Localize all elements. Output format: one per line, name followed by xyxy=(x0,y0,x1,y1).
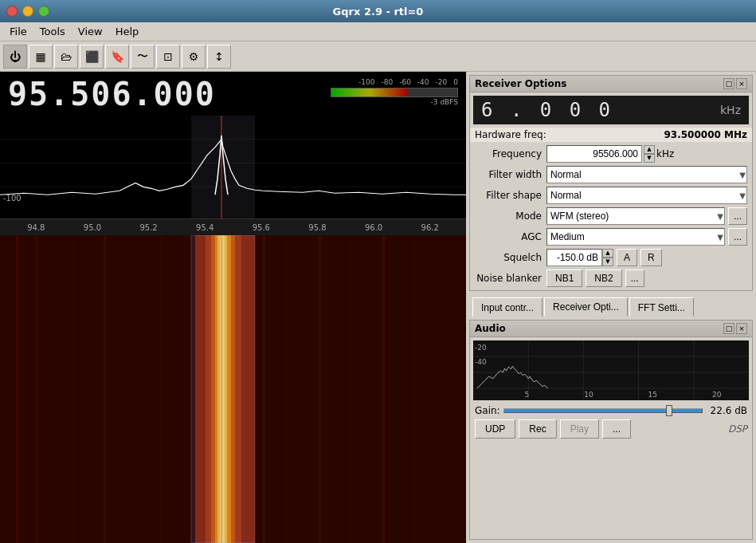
menu-file[interactable]: File xyxy=(3,24,33,39)
hardware-freq-label: Hardware freq: xyxy=(475,129,546,140)
vfo-unit: kHz xyxy=(720,104,741,116)
settings-icon: ⚙ xyxy=(189,50,199,63)
gain-slider-thumb[interactable] xyxy=(666,405,672,416)
udp-button[interactable]: UDP xyxy=(475,419,515,439)
mode-select[interactable]: WFM (stereo) WFM (mono) FM AM LSB USB xyxy=(546,207,725,225)
squelch-label: Squelch xyxy=(475,252,546,263)
audio-plot[interactable]: -20 -40 5 10 15 20 xyxy=(473,340,749,400)
menu-help[interactable]: Help xyxy=(109,24,146,39)
mode-ellipsis-button[interactable]: ... xyxy=(728,207,747,225)
squelch-spin-up[interactable]: ▲ xyxy=(602,249,613,258)
close-button[interactable] xyxy=(6,6,18,17)
filter-width-select[interactable]: Normal Narrow Wide User xyxy=(546,166,747,183)
close-panel-icon[interactable]: × xyxy=(736,78,747,89)
svg-rect-24 xyxy=(382,235,385,543)
squelch-input-group: ▲ ▼ A R xyxy=(546,249,662,266)
dsp-label: DSP xyxy=(728,423,747,435)
input-icon: ⊡ xyxy=(163,50,173,63)
filter-width-label: Filter width xyxy=(475,169,546,180)
agc-select[interactable]: Off Slow Medium Fast xyxy=(546,228,725,246)
svg-rect-19 xyxy=(159,235,162,543)
remote-icon: ↕ xyxy=(214,50,224,63)
tab-input-control[interactable]: Input contr... xyxy=(472,297,543,317)
svg-rect-15 xyxy=(36,235,37,543)
window-title: Gqrx 2.9 - rtl=0 xyxy=(333,6,424,18)
svg-rect-21 xyxy=(287,235,288,543)
agc-select-wrapper: Off Slow Medium Fast ▼ xyxy=(546,228,725,246)
nb1-button[interactable]: NB1 xyxy=(546,270,582,287)
audio-x-label-5: 5 xyxy=(524,391,529,399)
frequency-input[interactable] xyxy=(546,145,642,163)
audio-close-icon[interactable]: × xyxy=(736,323,747,334)
menu-tools[interactable]: Tools xyxy=(33,24,72,39)
signal-label-60: -60 xyxy=(399,78,411,86)
power-button[interactable]: ⏻ xyxy=(3,45,27,69)
header-icons: □ × xyxy=(723,78,747,89)
audio-restore-icon[interactable]: □ xyxy=(723,323,734,334)
gain-label: Gain: xyxy=(475,405,499,416)
receiver-options-panel: Receiver Options □ × 6 . 0 0 0 kHz Hardw… xyxy=(469,75,753,291)
receiver-options-title: Receiver Options xyxy=(475,78,566,89)
filter-shape-select[interactable]: Normal Soft Sharp xyxy=(546,187,747,204)
vfo-display: 6 . 0 0 0 kHz xyxy=(473,96,749,124)
bookmark-button[interactable]: 🔖 xyxy=(105,45,129,69)
save-button[interactable]: ⬛ xyxy=(80,45,104,69)
settings-button[interactable]: ⚙ xyxy=(182,45,206,69)
play-button[interactable]: Play xyxy=(560,419,599,439)
frequency-label: Frequency xyxy=(475,148,546,159)
frequency-input-wrapper: ▲ ▼ kHz xyxy=(546,145,747,163)
freq-tick-7: 96.2 xyxy=(402,223,458,232)
folder-icon: 🗁 xyxy=(61,50,72,63)
signal-meter: -100 -80 -60 -40 -20 0 -3 dBFS xyxy=(331,78,458,106)
squelch-input[interactable] xyxy=(546,249,602,266)
signal-bar xyxy=(331,89,407,96)
squelch-r-button[interactable]: R xyxy=(640,249,662,266)
nb-ellipsis-button[interactable]: ... xyxy=(625,270,644,287)
minimize-button[interactable] xyxy=(22,6,33,17)
receiver-options-header: Receiver Options □ × xyxy=(470,76,752,92)
signal-bar-container xyxy=(331,88,458,97)
freq-tick-1: 95.0 xyxy=(65,223,121,232)
bookmark-icon: 🔖 xyxy=(111,50,124,63)
memory-button[interactable]: ▦ xyxy=(29,45,53,69)
squelch-a-button[interactable]: A xyxy=(617,249,637,266)
tab-fft-settings[interactable]: FFT Setti... xyxy=(629,297,694,317)
filter-shape-select-wrapper: Normal Soft Sharp ▼ xyxy=(546,187,747,204)
freq-tick-5: 95.8 xyxy=(289,223,346,232)
menu-view[interactable]: View xyxy=(72,24,109,39)
db-label: -100 xyxy=(3,194,22,203)
spectrum-svg xyxy=(0,116,466,218)
gain-row: Gain: 22.6 dB xyxy=(470,403,752,418)
signal-label-80: -80 xyxy=(381,78,393,86)
mode-row: Mode WFM (stereo) WFM (mono) FM AM LSB U… xyxy=(475,207,747,225)
folder-button[interactable]: 🗁 xyxy=(54,45,78,69)
nb2-button[interactable]: NB2 xyxy=(586,270,621,287)
remote-button[interactable]: ↕ xyxy=(207,45,231,69)
gain-slider[interactable] xyxy=(503,408,703,413)
menubar: File Tools View Help xyxy=(0,22,756,41)
input-button[interactable]: ⊡ xyxy=(156,45,180,69)
svg-rect-23 xyxy=(351,235,352,543)
audio-header-icons: □ × xyxy=(723,323,747,334)
frequency-spinbutton: ▲ ▼ xyxy=(644,145,655,163)
hardware-freq-value: 93.500000 MHz xyxy=(664,129,747,140)
rec-button[interactable]: Rec xyxy=(519,419,556,439)
audio-y-label-40: -40 xyxy=(475,358,487,366)
frequency-spin-down[interactable]: ▼ xyxy=(644,154,655,163)
frequency-number: 95.506.000 xyxy=(8,76,216,112)
spectrum-plot[interactable]: -100 xyxy=(0,116,466,219)
filter-width-row: Filter width Normal Narrow Wide User ▼ xyxy=(475,166,747,183)
maximize-button[interactable] xyxy=(38,6,49,17)
audio-ellipsis-button[interactable]: ... xyxy=(602,419,631,439)
restore-icon[interactable]: □ xyxy=(723,78,734,89)
agc-ellipsis-button[interactable]: ... xyxy=(728,228,747,246)
power-icon: ⏻ xyxy=(10,50,21,63)
squelch-spin-down[interactable]: ▼ xyxy=(602,258,613,266)
waterfall[interactable] xyxy=(0,235,466,543)
tab-receiver-options[interactable]: Receiver Opti... xyxy=(544,297,628,317)
frequency-spin-up[interactable]: ▲ xyxy=(644,145,655,154)
signal-labels: -100 -80 -60 -40 -20 0 xyxy=(358,78,458,86)
spectrum-button[interactable]: 〜 xyxy=(131,45,155,69)
frequency-unit: kHz xyxy=(656,148,674,159)
audio-y-labels: -20 -40 xyxy=(475,340,487,366)
